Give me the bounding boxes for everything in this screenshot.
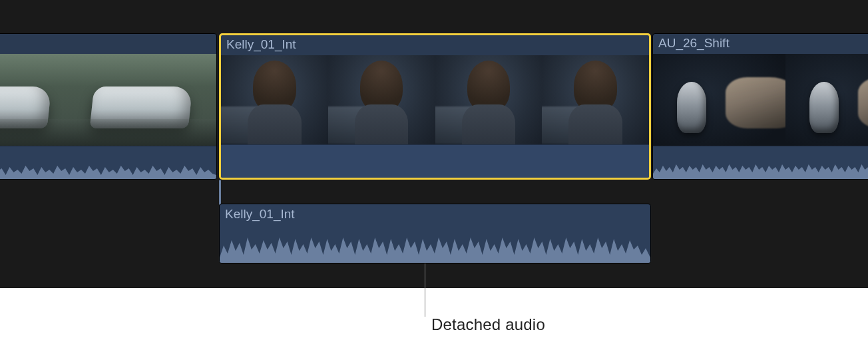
clip-label: Kelly_01_Int: [225, 207, 295, 222]
clip-label: Kelly_01_Int: [226, 37, 296, 52]
thumbnail-frame: [653, 54, 785, 147]
clip-thumbnails: [221, 55, 649, 148]
waveform: [220, 226, 650, 263]
thumbnail-frame: [785, 54, 868, 147]
clip-audio-lane[interactable]: [653, 146, 868, 179]
video-clip-selected[interactable]: Kelly_01_Int: [219, 33, 651, 180]
waveform: [0, 155, 216, 179]
annotation-label: Detached audio: [431, 315, 545, 334]
detached-audio-clip[interactable]: Kelly_01_Int: [219, 204, 651, 263]
clip-label: AU_26_Shift: [658, 36, 730, 51]
primary-storyline: Kelly_01_Int AU_26_Shift: [0, 33, 868, 180]
annotation-leader-line: [425, 263, 425, 317]
clip-audio-lane[interactable]: [221, 144, 649, 178]
clip-connector: [219, 180, 221, 205]
thumbnail-frame: [221, 55, 328, 148]
video-clip[interactable]: [0, 33, 217, 180]
thumbnail-frame: [328, 55, 435, 148]
clip-thumbnails: [0, 54, 216, 147]
thumbnail-frame: [435, 55, 542, 148]
thumbnail-frame: [75, 54, 216, 147]
clip-audio-lane[interactable]: [0, 146, 216, 179]
timeline[interactable]: Kelly_01_Int AU_26_Shift: [0, 0, 868, 288]
clip-thumbnails: [653, 54, 868, 147]
thumbnail-frame: [0, 54, 75, 147]
video-clip[interactable]: AU_26_Shift: [652, 33, 868, 180]
waveform: [653, 155, 868, 179]
thumbnail-frame: [542, 55, 649, 148]
